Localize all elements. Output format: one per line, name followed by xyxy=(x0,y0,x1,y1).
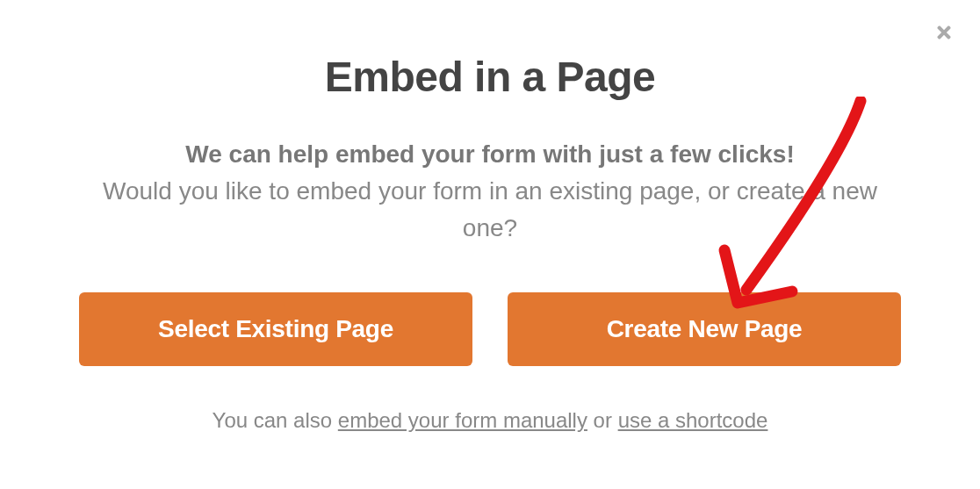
close-icon xyxy=(934,23,954,42)
embed-manually-link[interactable]: embed your form manually xyxy=(338,408,587,432)
close-button[interactable] xyxy=(929,18,959,51)
use-shortcode-link[interactable]: use a shortcode xyxy=(618,408,768,432)
embed-dialog: Embed in a Page We can help embed your f… xyxy=(0,0,980,485)
dialog-subtitle: We can help embed your form with just a … xyxy=(79,136,901,247)
create-new-page-button[interactable]: Create New Page xyxy=(508,292,901,366)
button-row: Select Existing Page Create New Page xyxy=(79,292,901,366)
footer-prefix: You can also xyxy=(213,408,338,432)
subtitle-rest: Would you like to embed your form in an … xyxy=(103,177,877,241)
footer-text: You can also embed your form manually or… xyxy=(79,408,901,433)
subtitle-bold: We can help embed your form with just a … xyxy=(185,140,794,168)
select-existing-page-button[interactable]: Select Existing Page xyxy=(79,292,472,366)
dialog-title: Embed in a Page xyxy=(79,53,901,101)
footer-middle: or xyxy=(587,408,618,432)
